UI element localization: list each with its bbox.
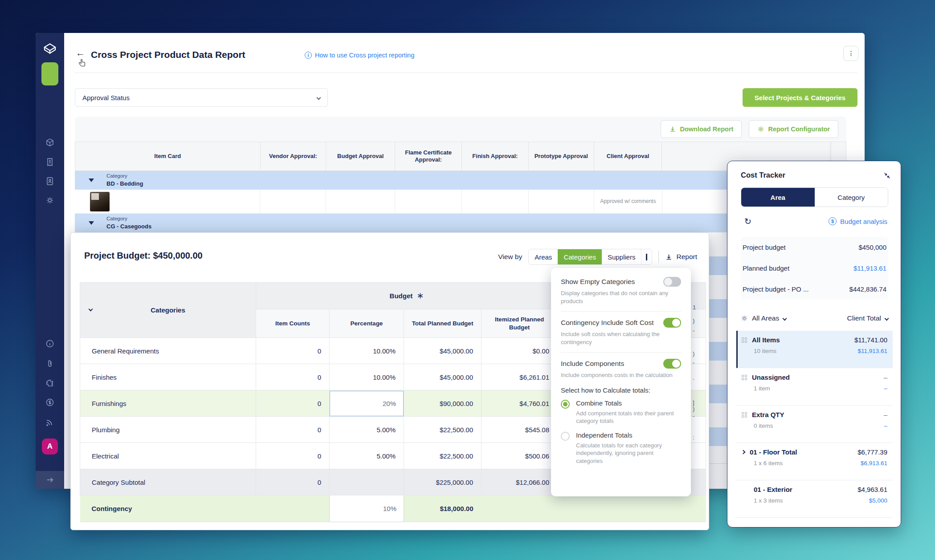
contacts-icon[interactable] <box>36 177 64 186</box>
show-empty-categories-toggle[interactable] <box>663 277 681 287</box>
list-item-all-items[interactable]: All Items $11,741.00 10 items $11,913.61 <box>736 331 893 368</box>
dollar-icon[interactable] <box>36 398 64 407</box>
combine-totals-option[interactable]: Combine Totals Add component totals into… <box>561 399 681 425</box>
back-button[interactable]: ← <box>76 48 85 58</box>
include-components-toggle[interactable] <box>663 359 681 369</box>
total-filter-dropdown[interactable]: Client Total <box>847 314 888 322</box>
select-projects-button[interactable]: Select Projects & Categories <box>743 88 857 107</box>
chevron-down-icon <box>885 316 889 321</box>
grid-icon <box>742 337 747 343</box>
dollar-circle-icon: $ <box>829 217 837 225</box>
divider <box>561 311 681 312</box>
list-item-floor-total[interactable]: 01 - Floor Total $6,777.39 1 x 6 items $… <box>736 443 893 480</box>
budget-settings-popover: Show Empty Categories Display categories… <box>551 268 691 496</box>
chevron-down-icon <box>783 316 787 321</box>
list-item-exterior[interactable]: 01 - Exterior $4,963.61 1 x 3 items $5,0… <box>736 480 893 518</box>
refresh-button[interactable]: ↻ <box>744 216 751 227</box>
client-approval-status: Approved w/ comments <box>600 198 656 205</box>
toggle-description: Include components costs in the calculat… <box>561 371 681 379</box>
area-filter-dropdown[interactable]: All Areas <box>741 314 786 322</box>
app-sidebar: A <box>36 33 64 489</box>
summary-row: Project budget $450,000 <box>741 237 888 258</box>
collapse-triangle-icon[interactable] <box>89 179 94 182</box>
cost-tracker-tabs: Area Category <box>741 187 888 207</box>
report-button[interactable]: Report <box>665 253 697 261</box>
tab-suppliers[interactable]: Suppliers <box>602 249 641 264</box>
help-link[interactable]: i How to use Cross project reporting <box>305 52 414 59</box>
page-title: Cross Project Product Data Report <box>91 49 245 60</box>
percentage-input[interactable] <box>330 391 404 416</box>
products-icon[interactable] <box>36 138 64 147</box>
categories-header[interactable]: Categories <box>80 283 256 338</box>
tab-area[interactable]: Area <box>741 188 815 207</box>
budget-title: Project Budget: $450,000.00 <box>84 251 203 261</box>
user-avatar[interactable]: A <box>42 438 58 454</box>
project-avatar[interactable] <box>41 62 58 85</box>
help-link-label: How to use Cross project reporting <box>315 52 414 59</box>
grid-icon <box>742 375 747 380</box>
clipped-column-fragment: - <box>693 413 694 419</box>
radio-selected-icon[interactable] <box>561 400 570 409</box>
radio-unselected-icon[interactable] <box>561 432 570 441</box>
chevron-down-icon[interactable] <box>89 307 93 311</box>
report-configurator-label: Report Configurator <box>768 126 830 133</box>
collapse-icon <box>883 172 891 179</box>
contingency-soft-cost-toggle[interactable] <box>663 318 681 328</box>
sidebar-expand-button[interactable] <box>36 471 64 489</box>
summary-value: $450,000 <box>858 243 886 251</box>
app-logo-icon <box>42 42 58 58</box>
arrow-right-icon <box>46 476 54 484</box>
contingency-soft-cost-label: Contingency Include Soft Cost <box>561 319 654 327</box>
clipped-column-fragment: ) <box>693 317 694 324</box>
more-options-button[interactable] <box>843 46 858 61</box>
rss-icon[interactable] <box>36 418 64 426</box>
cursor-pointer-icon <box>78 59 87 69</box>
budget-group-label: Budget <box>390 292 413 300</box>
tab-areas[interactable]: Areas <box>529 249 558 264</box>
paperclip-icon[interactable] <box>36 359 64 368</box>
chevron-down-icon <box>317 95 321 100</box>
receipt-icon[interactable] <box>36 158 64 166</box>
budget-row-contingency[interactable]: Contingency $18,000.00 <box>80 495 706 522</box>
clipped-column-fragment: - <box>693 359 694 366</box>
download-report-label: Download Report <box>680 126 733 133</box>
tab-category[interactable]: Category <box>815 188 888 207</box>
categories-header-label: Categories <box>151 306 185 314</box>
clipped-column-fragment: . <box>693 374 694 381</box>
show-empty-categories-label: Show Empty Categories <box>561 278 635 286</box>
tab-categories[interactable]: Categories <box>558 249 602 264</box>
budget-analysis-link[interactable]: $ Budget analysis <box>829 217 887 225</box>
approval-status-dropdown[interactable]: Approval Status <box>75 88 328 107</box>
info-icon: i <box>305 52 312 59</box>
kebab-icon <box>850 50 852 57</box>
col-item-counts: Item Counts <box>256 309 330 338</box>
view-by-controls: View by Areas Categories Suppliers Repor… <box>498 249 697 265</box>
include-components-label: Include Components <box>561 360 624 368</box>
clipped-column-fragment: 1 <box>693 304 696 311</box>
view-more-button[interactable] <box>641 249 652 264</box>
list-item-unassigned[interactable]: Unassigned – 1 item – <box>736 368 893 406</box>
toggle-description: Display categories that do not contain a… <box>561 289 681 305</box>
independent-totals-option[interactable]: Independent Totals Calculate totals for … <box>561 431 681 465</box>
puzzle-icon[interactable] <box>36 378 64 387</box>
info-icon[interactable] <box>36 339 64 348</box>
collapse-triangle-icon[interactable] <box>89 221 94 225</box>
item-thumbnail[interactable] <box>90 192 110 211</box>
download-icon <box>669 126 676 133</box>
contingency-percentage-input[interactable] <box>330 496 404 521</box>
clipped-column-fragment: - <box>693 327 694 334</box>
gear-icon[interactable] <box>36 196 64 205</box>
clipped-column-fragment: ] <box>693 399 694 406</box>
kebab-icon <box>646 254 647 260</box>
list-item-extra-qty[interactable]: Extra QTY – 0 items – <box>736 406 893 443</box>
download-report-button[interactable]: Download Report <box>661 120 742 138</box>
collapse-button[interactable] <box>883 172 891 181</box>
chevron-right-icon[interactable] <box>741 450 746 454</box>
report-label: Report <box>676 253 697 261</box>
cost-tracker-panel: Cost Tracker Area Category ↻ $ Budget an… <box>727 161 901 528</box>
col-total-planned: Total Planned Budget <box>404 309 482 338</box>
category-name: BD - Bedding <box>106 180 143 187</box>
col-flame-approval: Flame Certificate Approval: <box>395 142 462 170</box>
gear-icon <box>741 315 748 322</box>
report-configurator-button[interactable]: Report Configurator <box>749 120 838 138</box>
